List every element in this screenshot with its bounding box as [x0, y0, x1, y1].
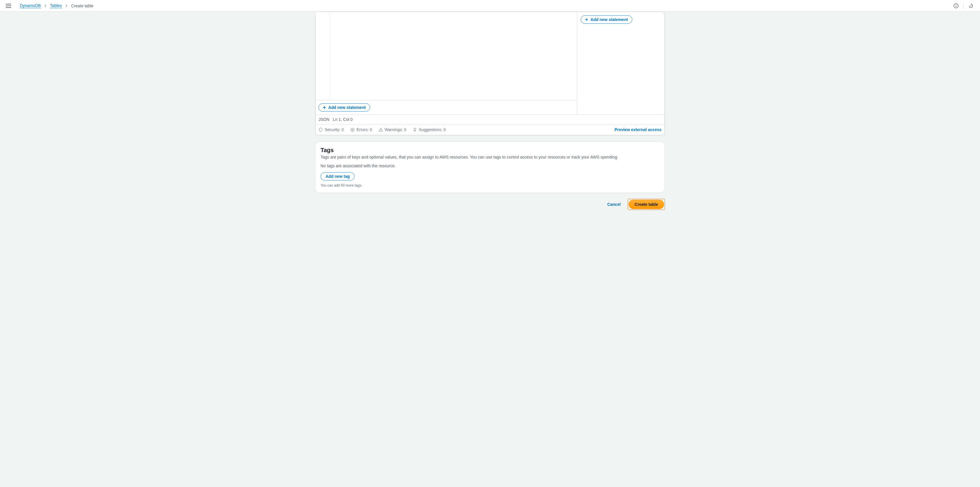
breadcrumb: DynamoDB Tables Create table: [20, 3, 93, 8]
warnings-status: Warnings: 0: [379, 127, 406, 132]
shield-icon: [318, 128, 323, 132]
info-icon[interactable]: [953, 3, 959, 9]
tags-empty-text: No tags are associated with the resource…: [321, 163, 659, 168]
top-nav: DynamoDB Tables Create table: [0, 0, 980, 12]
add-statement-button-right[interactable]: + Add new statement: [581, 16, 632, 24]
top-right-tools: [953, 3, 974, 9]
suggestions-status: Suggestions: 0: [413, 127, 446, 132]
svg-point-1: [956, 5, 956, 5]
svg-point-3: [970, 5, 972, 6]
menu-toggle-icon[interactable]: [6, 4, 11, 8]
lightbulb-icon: [413, 128, 417, 132]
breadcrumb-tables[interactable]: Tables: [50, 3, 62, 8]
create-button-focus-ring: Create table: [628, 199, 665, 210]
editor-actions-left: + Add new statement: [316, 100, 577, 115]
editor-row: + Add new statement + Add new statement: [315, 12, 665, 115]
suggestions-label: Suggestions: 0: [419, 127, 446, 132]
json-textarea[interactable]: [316, 12, 577, 100]
divider: [963, 3, 964, 9]
create-table-button[interactable]: Create table: [628, 200, 664, 209]
policy-editor-panel: + Add new statement + Add new statement: [315, 12, 665, 136]
tags-hint: You can add 50 more tags.: [321, 184, 659, 187]
policy-json-editor: + Add new statement: [315, 12, 577, 115]
chevron-right-icon: [65, 4, 68, 8]
add-statement-label: Add new statement: [328, 105, 366, 110]
add-tag-label: Add new tag: [326, 174, 350, 179]
breadcrumb-dynamodb[interactable]: DynamoDB: [20, 3, 41, 8]
page-body: + Add new statement + Add new statement: [0, 12, 980, 487]
page-inner: + Add new statement + Add new statement: [315, 12, 665, 487]
tags-title: Tags: [321, 147, 659, 153]
errors-status: Errors: 0: [350, 127, 372, 132]
add-tag-button[interactable]: Add new tag: [321, 172, 355, 180]
form-actions: Cancel Create table: [315, 199, 665, 210]
chevron-right-icon: [45, 4, 47, 8]
security-status: Security: 0: [318, 127, 344, 132]
warnings-label: Warnings: 0: [385, 127, 406, 132]
plus-icon: +: [585, 17, 588, 22]
json-mode-label: JSON: [318, 117, 329, 122]
breadcrumb-current: Create table: [71, 3, 93, 8]
cursor-position-label: Ln 1, Col 0: [333, 117, 353, 122]
errors-label: Errors: 0: [356, 127, 372, 132]
preview-external-access-link[interactable]: Preview external access: [614, 127, 662, 132]
editor-status-row: Security: 0 Errors: 0 Warnings: 0 Sugges…: [315, 125, 665, 135]
warning-icon: [379, 128, 383, 132]
add-statement-button-left[interactable]: + Add new statement: [318, 103, 370, 112]
svg-rect-2: [956, 5, 956, 7]
add-statement-label: Add new statement: [590, 17, 628, 22]
tags-description: Tags are pairs of keys and optional valu…: [321, 155, 659, 160]
cancel-button[interactable]: Cancel: [603, 199, 625, 210]
tags-panel: Tags Tags are pairs of keys and optional…: [315, 141, 665, 193]
editor-footer: JSON Ln 1, Col 0: [315, 115, 665, 125]
security-label: Security: 0: [325, 127, 344, 132]
policy-sidebar: + Add new statement: [577, 12, 665, 115]
refresh-settings-icon[interactable]: [968, 3, 974, 9]
error-icon: [350, 128, 355, 132]
plus-icon: +: [323, 105, 326, 110]
